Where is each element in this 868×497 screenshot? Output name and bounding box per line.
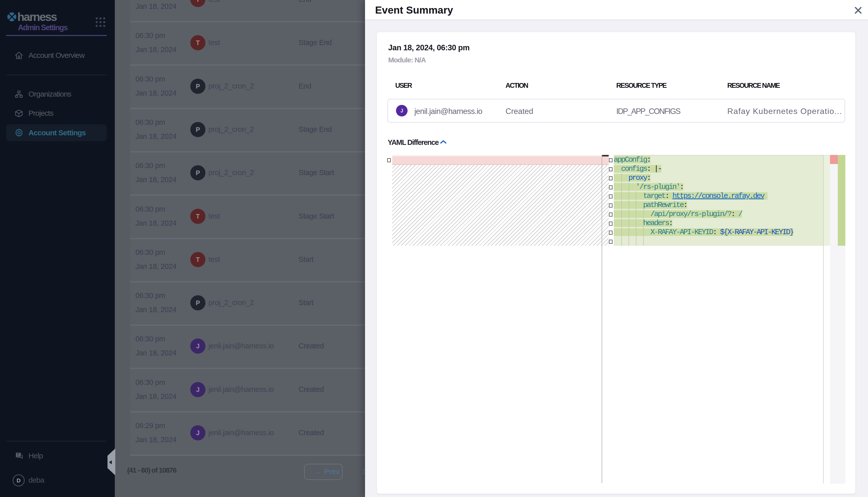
svg-text:?: ?	[17, 453, 19, 456]
